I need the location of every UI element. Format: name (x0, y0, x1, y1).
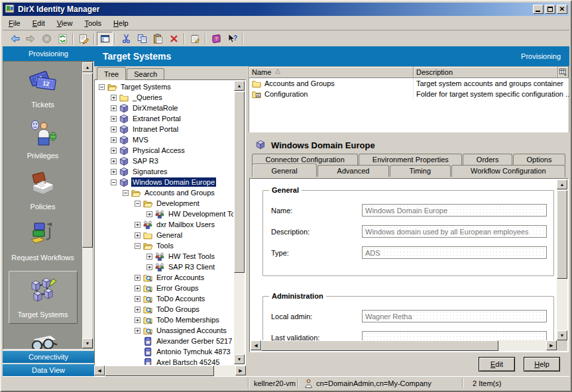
tree-node[interactable]: − Development (95, 198, 233, 209)
sidebar-item[interactable]: Request Workflows (9, 220, 78, 262)
toolbar-button[interactable] (7, 32, 23, 46)
scroll-right-icon[interactable]: ▶ (235, 366, 246, 375)
tree-expander[interactable]: + (111, 158, 117, 164)
tree-panel-tab[interactable]: Tree (97, 67, 126, 80)
toolbar-button[interactable] (97, 32, 113, 46)
tree-node[interactable]: + DirXmetaRole (95, 103, 233, 113)
sidebar-item[interactable]: Policies (9, 169, 78, 211)
toolbar-button[interactable] (76, 32, 91, 46)
sidebar-item[interactable]: 4712 Tickets (9, 67, 78, 109)
scroll-up-icon[interactable]: ▲ (557, 179, 567, 189)
scroll-up-icon[interactable]: ▲ (82, 62, 93, 72)
tree-node[interactable]: + General (95, 230, 233, 240)
sidebar-footer-bar[interactable]: Data View (3, 364, 94, 376)
tree-node[interactable]: Axel Bartsch 45245 (95, 357, 233, 365)
tree-expander[interactable]: + (111, 116, 117, 122)
tree-expander[interactable]: + (111, 95, 117, 101)
sidebar-footer-bar[interactable]: Connectivity (3, 350, 94, 363)
toolbar-button[interactable] (242, 33, 243, 44)
edit-button[interactable]: Edit (479, 357, 515, 371)
toolbar-button[interactable] (93, 33, 95, 44)
toolbar-button[interactable] (150, 32, 166, 46)
list-row[interactable]: Accounts and Groups Target system accoun… (249, 78, 569, 89)
tree-node[interactable]: + ToDo Groups (95, 304, 233, 315)
toolbar-button[interactable] (54, 32, 70, 46)
tree-expander[interactable]: − (123, 190, 129, 196)
toolbar-button[interactable] (72, 33, 74, 44)
scroll-left-icon[interactable]: ◀ (94, 366, 105, 375)
tree-node[interactable]: + MVS (95, 134, 233, 145)
title-bar[interactable]: DirX Identity Manager ✕ (3, 3, 569, 16)
tree-node[interactable]: Antonio Tymchuk 4873 (95, 346, 233, 357)
tree-node[interactable]: Alexander Gerber 5217 (95, 336, 233, 346)
field-value[interactable]: ADS (362, 246, 547, 259)
tree-expander[interactable]: + (135, 296, 141, 302)
tree-expander[interactable]: − (135, 201, 141, 207)
help-button[interactable]: Help (524, 357, 560, 371)
sidebar-item[interactable]: Privileges (9, 118, 78, 160)
tree-expander[interactable]: + (111, 105, 117, 111)
scroll-up-icon[interactable]: ▲ (234, 81, 245, 91)
tree-node[interactable]: − Tools (95, 240, 233, 251)
tree-vertical-scrollbar[interactable]: ▲ ▼ (234, 81, 245, 364)
tree-expander[interactable]: − (99, 84, 105, 90)
close-button[interactable]: ✕ (557, 5, 567, 14)
tree-node[interactable]: + Intranet Portal (95, 124, 233, 134)
tree-expander[interactable]: + (111, 169, 117, 175)
tree-expander[interactable]: + (135, 307, 141, 313)
tree-expander[interactable]: + (111, 137, 117, 143)
scroll-right-icon[interactable]: ▶ (546, 340, 557, 350)
tree-expander[interactable]: + (111, 126, 117, 132)
tree-node[interactable]: − Target Systems (95, 81, 233, 92)
toolbar-button[interactable] (187, 32, 203, 46)
field-value[interactable]: Windows domain used by all European empl… (362, 225, 547, 238)
tree-node[interactable]: + dxr Mailbox Users (95, 219, 233, 230)
tree-expander[interactable]: − (135, 243, 141, 249)
sidebar-item[interactable] (9, 332, 78, 350)
tree-node[interactable]: + _Queries (95, 92, 233, 103)
field-value[interactable]: Wagner Retha (362, 310, 547, 322)
column-chooser-button[interactable] (558, 67, 569, 78)
tree-node[interactable]: + Extranet Portal (95, 113, 233, 124)
tree-node[interactable]: + HW Development Tc (95, 209, 233, 219)
scroll-left-icon[interactable]: ◀ (251, 340, 261, 350)
toolbar-button[interactable] (166, 32, 182, 46)
tree-expander[interactable]: + (111, 148, 117, 154)
tree-expander[interactable]: + (135, 222, 141, 228)
detail-tab[interactable]: Workflow Configuration (451, 165, 565, 177)
minimize-button[interactable] (533, 5, 543, 14)
tree-expander[interactable]: + (146, 211, 152, 217)
tree-node[interactable]: + SAP R3 Client (95, 262, 233, 272)
toolbar-button[interactable] (115, 33, 116, 44)
detail-horizontal-scrollbar[interactable]: ◀ ▶ (251, 340, 557, 351)
tree-node[interactable]: + Error Accounts (95, 272, 233, 283)
menu-item[interactable]: Edit (27, 17, 51, 29)
tree-horizontal-scrollbar[interactable]: ◀ ▶ (94, 366, 246, 376)
tree-node[interactable]: + Error Groups (95, 283, 233, 293)
detail-tab[interactable]: General (252, 164, 317, 177)
detail-tab[interactable]: Advanced (317, 165, 389, 177)
scroll-down-icon[interactable]: ▼ (557, 330, 567, 340)
field-value[interactable]: Windows Domain Europe (362, 204, 547, 217)
menu-item[interactable]: View (51, 17, 79, 29)
menu-item[interactable]: Help (107, 17, 135, 29)
detail-tab[interactable]: Environment Properties (359, 154, 462, 165)
detail-tab[interactable]: Orders (463, 154, 512, 165)
tree-node[interactable]: − Windows Domain Europe (95, 177, 233, 187)
field-value[interactable] (362, 331, 547, 340)
maximize-button[interactable] (545, 5, 555, 14)
toolbar-button[interactable] (184, 33, 185, 44)
list-row[interactable]: Configuration Folder for target system s… (249, 89, 569, 99)
menu-item[interactable]: File (3, 17, 27, 29)
tree-node[interactable]: + ToDo Memberships (95, 315, 233, 325)
scroll-down-icon[interactable]: ▼ (234, 354, 245, 364)
toolbar-button[interactable] (205, 33, 206, 44)
tree-expander[interactable]: + (135, 275, 141, 281)
tree-expander[interactable]: + (135, 232, 141, 238)
column-header-description[interactable]: Description (414, 67, 558, 78)
tree-expander[interactable]: − (111, 179, 117, 185)
tree-node[interactable]: + Physical Access (95, 145, 233, 156)
scroll-down-icon[interactable]: ▼ (82, 338, 93, 348)
tree-panel-tab[interactable]: Search (127, 68, 164, 79)
column-header-name[interactable]: Name (249, 67, 414, 78)
